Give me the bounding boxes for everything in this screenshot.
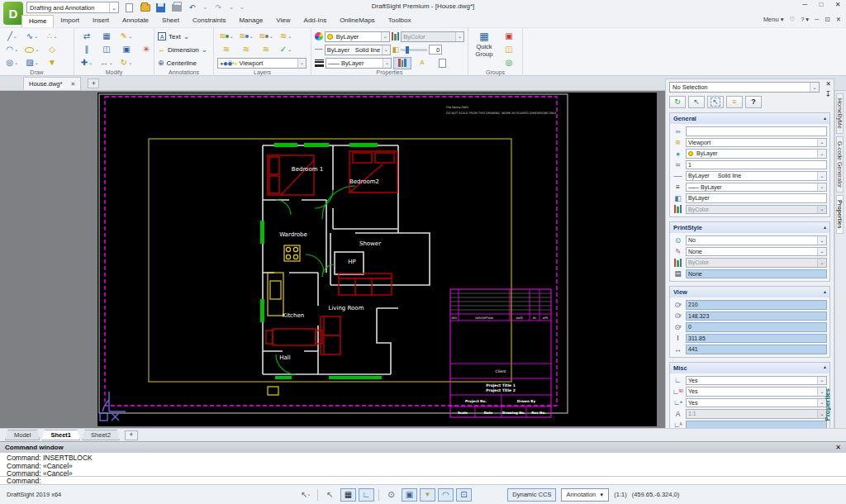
tab-onlinemaps[interactable]: OnlineMaps [333, 15, 382, 27]
tab-homebyme[interactable]: HomeByMe [836, 93, 844, 134]
transparency-field[interactable]: ByLayer [686, 193, 827, 203]
layer-lock-button[interactable] [257, 31, 275, 43]
centerline-button[interactable]: Centerline [158, 56, 210, 69]
sheet-viewport[interactable]: File Name DWG DO NOT SCALE FROM THIS DRA… [97, 93, 657, 426]
close-icon[interactable] [70, 81, 75, 87]
rich-color-dropdown[interactable]: ByColor [686, 205, 827, 215]
viewport-clipped-dropdown[interactable]: Yes [686, 387, 827, 397]
stretch-button[interactable] [97, 57, 116, 69]
layer-restore-button[interactable] [237, 44, 255, 56]
offset-button[interactable] [78, 44, 96, 56]
layer-prev-button[interactable] [257, 44, 275, 56]
palette-close-button[interactable] [825, 81, 831, 88]
close-icon[interactable] [835, 445, 841, 451]
doc-restore-button[interactable] [825, 17, 829, 23]
polyline-tool-button[interactable] [23, 31, 41, 43]
region-tool-button[interactable] [43, 57, 61, 69]
line-color-dropdown[interactable]: ByLayer [686, 149, 827, 159]
layer-dropdown[interactable]: Viewport [686, 138, 827, 148]
tab-manage[interactable]: Manage [232, 15, 269, 27]
match-properties-button[interactable] [78, 31, 96, 43]
print-dropdown[interactable]: No [686, 235, 827, 245]
annotation-scale-dropdown[interactable]: Annotation [561, 488, 609, 502]
polar-toggle-button[interactable] [438, 488, 454, 502]
esnap-toggle-button[interactable] [402, 488, 417, 502]
palette-pin-button[interactable] [825, 91, 831, 98]
trim-button[interactable] [117, 44, 135, 56]
close-button[interactable] [833, 2, 843, 8]
section-header-general[interactable]: General [670, 113, 829, 124]
power-trim-button[interactable] [137, 44, 155, 56]
properties-painter-button[interactable] [393, 57, 411, 69]
tab-sheet[interactable]: Sheet [155, 15, 186, 27]
tab-insert[interactable]: Insert [86, 15, 116, 27]
tab-constraints[interactable]: Constraints [186, 15, 232, 27]
edit-button[interactable] [117, 31, 135, 43]
command-window-header[interactable]: Command window [0, 442, 846, 453]
tab-home[interactable]: Home [21, 15, 54, 27]
tab-gcode-generator[interactable]: G-code Generator [836, 136, 844, 193]
doc-close-button[interactable] [836, 17, 841, 23]
minimize-button[interactable] [800, 2, 810, 8]
section-header-misc[interactable]: Misc [670, 363, 829, 373]
print-table-value[interactable]: None [686, 269, 827, 279]
properties-page-button[interactable] [433, 57, 451, 69]
line-scale-field[interactable]: 1 [686, 160, 827, 170]
section-header-view[interactable]: View [670, 287, 829, 297]
menu-button[interactable]: Menu [763, 16, 784, 23]
tab-model[interactable]: Model [5, 430, 40, 440]
etrack-toggle-button[interactable] [420, 488, 435, 502]
line-style-dropdown[interactable]: ByLayerSolid line [325, 45, 391, 55]
group-manager-button[interactable] [500, 56, 518, 69]
snap-toggle-button[interactable] [383, 488, 399, 502]
line-tool-button[interactable] [3, 31, 21, 43]
tab-sheet2[interactable]: Sheet2 [82, 430, 120, 440]
text-button[interactable]: Text [158, 30, 210, 43]
active-layer-dropdown[interactable]: Viewport [217, 58, 307, 69]
feedback-heart-icon[interactable] [789, 17, 795, 23]
print-style-dropdown[interactable]: None [686, 247, 827, 257]
rotate-button[interactable] [117, 57, 135, 69]
pattern-button[interactable] [97, 31, 116, 43]
drawing-canvas[interactable]: File Name DWG DO NOT SCALE FROM THIS DRA… [0, 91, 665, 428]
quick-group-button[interactable] [475, 30, 493, 42]
section-header-printstyle[interactable]: PrintStyle [670, 222, 829, 233]
quick-select-button[interactable] [726, 96, 743, 108]
print-color-dropdown[interactable]: ByColor [686, 258, 827, 268]
move-button[interactable] [78, 57, 96, 69]
annotative-scale-button[interactable] [413, 57, 431, 69]
line-weight-dropdown[interactable]: ByLayer [326, 58, 392, 69]
layer-preview-button[interactable] [217, 44, 235, 56]
selection-dropdown[interactable]: No Selection [669, 82, 820, 93]
line-color-dropdown[interactable]: ByLayer [325, 31, 390, 42]
tab-toolbox[interactable]: Toolbox [382, 15, 418, 27]
line-weight-dropdown[interactable]: ByLayer [686, 183, 827, 193]
layer-settings-button[interactable] [237, 31, 255, 43]
point-tool-button[interactable] [43, 31, 61, 43]
select-entities-button[interactable] [669, 96, 686, 108]
dynamic-ccs-button[interactable]: Dynamic CCS [507, 488, 556, 502]
hatch-tool-button[interactable] [23, 57, 41, 69]
viewport-on-dropdown[interactable]: Yes [686, 376, 827, 386]
layers-manager-button[interactable] [217, 31, 235, 43]
line-style-dropdown[interactable]: ByLayerSolid line [686, 171, 827, 181]
slider-handle[interactable] [406, 46, 409, 54]
display-locked-dropdown[interactable]: Yes [686, 398, 827, 408]
edit-group-button[interactable] [500, 43, 518, 55]
tab-addins[interactable]: Add-Ins [297, 15, 334, 27]
maximize-button[interactable] [816, 2, 826, 8]
dimension-button[interactable]: Dimension [158, 43, 210, 56]
annotation-scale-dropdown[interactable]: 1:1 [686, 409, 827, 419]
window-select-button[interactable] [707, 96, 724, 108]
new-document-tab-button[interactable] [88, 78, 99, 88]
pointer-button[interactable] [322, 488, 338, 502]
tab-import[interactable]: Import [54, 15, 86, 27]
ellipse-tool-button[interactable] [23, 44, 41, 56]
help-button[interactable] [801, 17, 809, 23]
mirror-button[interactable] [97, 44, 116, 56]
snap-lock-button[interactable] [297, 488, 313, 502]
transparency-slider[interactable] [401, 49, 427, 51]
rich-color-dropdown[interactable]: ByColor [401, 31, 464, 42]
layer-isolate-button[interactable] [277, 31, 295, 43]
grid-toggle-button[interactable] [340, 488, 356, 502]
